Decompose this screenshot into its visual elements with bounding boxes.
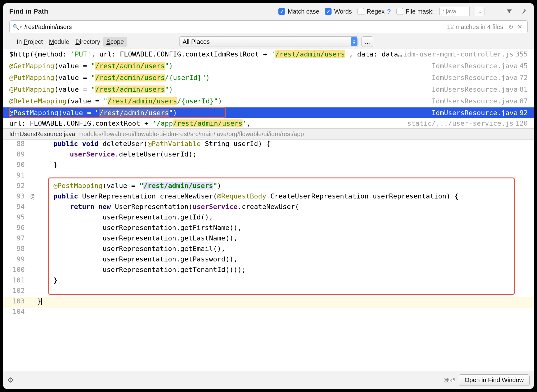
dialog-title: Find in Path [9, 7, 48, 15]
open-in-find-window-button[interactable]: Open in Find Window [459, 374, 530, 386]
help-icon[interactable]: ? [387, 8, 391, 15]
words-option[interactable]: Words [325, 8, 352, 15]
text-cursor [41, 298, 42, 305]
override-icon[interactable]: @ [28, 192, 37, 200]
checkbox-icon [357, 8, 364, 15]
result-row[interactable]: $http({method: 'PUT', url: FLOWABLE.CONF… [3, 49, 534, 59]
results-list: $http({method: 'PUT', url: FLOWABLE.CONF… [3, 49, 534, 128]
clear-icon[interactable]: ✕ [515, 23, 524, 31]
file-mask-option[interactable]: File mask: [396, 8, 434, 15]
result-row[interactable]: url: FLOWABLE.CONFIG.contextRoot + '/app… [3, 118, 534, 128]
match-count: 12 matches in 4 files [447, 23, 503, 31]
tab-scope[interactable]: Scope [103, 37, 127, 47]
result-row[interactable]: @PutMapping(value = "/rest/admin/users")… [3, 84, 534, 94]
checkbox-icon [396, 8, 403, 15]
result-row[interactable]: @DeleteMapping(value = "/rest/admin/user… [3, 96, 534, 106]
filter-icon[interactable] [505, 7, 514, 16]
tab-directory[interactable]: Directory [72, 37, 103, 47]
chevron-down-icon[interactable]: ▾ [20, 25, 22, 29]
rerun-icon[interactable]: ↻ [506, 23, 515, 31]
search-field[interactable]: 🔍 ▾ 12 matches in 4 files ↻ ✕ [9, 20, 528, 33]
file-mask-dropdown[interactable]: ⌄ [475, 7, 484, 16]
result-row[interactable]: @PutMapping(value = "/rest/admin/users/{… [3, 72, 534, 83]
checkbox-icon [278, 8, 285, 15]
chevron-updown-icon: ▲▼ [351, 37, 357, 46]
dialog-header: Find in Path Match case Words Regex ? Fi… [3, 3, 534, 19]
scope-dropdown[interactable]: All Places▲▼ [179, 36, 358, 47]
shortcut-label: ⌘⏎ [444, 377, 455, 384]
preview-path: modules/flowable-ui/flowable-ui-idm-rest… [78, 131, 304, 138]
regex-option[interactable]: Regex ? [357, 8, 391, 15]
find-in-path-dialog: Find in Path Match case Words Regex ? Fi… [3, 3, 534, 389]
dialog-footer: ⚙ ⌘⏎ Open in Find Window [3, 371, 534, 389]
search-icon: 🔍 [13, 24, 19, 30]
pin-icon[interactable] [519, 7, 528, 16]
search-scope-tabs: In Project Module Directory Scope All Pl… [3, 35, 534, 49]
checkbox-icon [325, 8, 332, 15]
preview-file: IdmUsersResource.java [9, 131, 75, 138]
gear-icon[interactable]: ⚙ [7, 376, 14, 384]
file-mask-input[interactable] [439, 7, 470, 16]
result-row[interactable]: @GetMapping(value = "/rest/admin/users")… [3, 60, 534, 71]
result-row-selected[interactable]: @PostMapping(value = "/rest/admin/users"… [3, 107, 534, 118]
tab-project[interactable]: In Project [14, 37, 46, 47]
preview-header: IdmUsersResource.java modules/flowable-u… [3, 128, 534, 140]
scope-config-button[interactable]: ... [362, 36, 373, 47]
tab-module[interactable]: Module [46, 37, 73, 47]
code-preview[interactable]: 88 public void deleteUser(@PathVariable … [3, 140, 534, 371]
match-case-option[interactable]: Match case [278, 8, 319, 15]
search-input[interactable] [24, 23, 447, 31]
